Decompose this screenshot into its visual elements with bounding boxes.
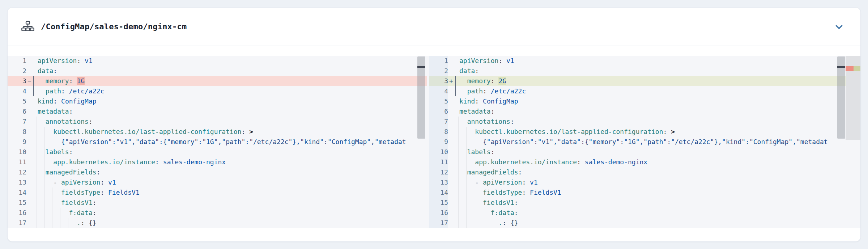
line-content: .: {}: [459, 218, 861, 228]
diff-marker: [448, 96, 459, 106]
code-line[interactable]: 10 labels:: [8, 147, 427, 157]
diff-marker: [448, 86, 459, 96]
code-token: :: [69, 148, 73, 156]
ruler-removed-mark: [846, 66, 854, 71]
code-token: kubectl.kubernetes.io/last-applied-confi…: [38, 128, 242, 135]
code-line[interactable]: 5kind: ConfigMap: [8, 96, 427, 106]
diff-marker: [26, 167, 38, 177]
diff-pane-modified[interactable]: 1apiVersion: v12data:3+ memory: 2G4 path…: [429, 56, 861, 228]
line-number: 8: [429, 127, 448, 137]
code-line[interactable]: 14 fieldsType: FieldsV1: [8, 187, 427, 198]
code-line[interactable]: 11 app.kubernetes.io/instance: sales-dem…: [8, 157, 427, 167]
line-content: data:: [459, 66, 861, 76]
code-token: ConfigMap: [57, 97, 96, 105]
code-token: :: [518, 168, 522, 176]
diff-overview-ruler: [846, 56, 861, 140]
code-token: :: [69, 77, 73, 85]
code-line[interactable]: 1apiVersion: v1: [429, 56, 861, 66]
code-line[interactable]: 5kind: ConfigMap: [429, 96, 861, 106]
code-line[interactable]: 17 .: {}: [8, 218, 427, 228]
code-token: memory: [459, 77, 491, 85]
code-token: :: [100, 178, 104, 186]
scrollbar-diff-mark-original: [417, 66, 425, 68]
code-token: kind: [38, 97, 53, 105]
line-number: 1: [8, 56, 26, 66]
diff-pane-original[interactable]: 1apiVersion: v12data:3− memory: 1G4 path…: [8, 56, 427, 228]
line-number: 4: [8, 86, 26, 96]
code-line[interactable]: 4 path: /etc/a22c: [8, 86, 427, 96]
code-token: :: [663, 128, 667, 135]
code-line[interactable]: 13 - apiVersion: v1: [429, 177, 861, 187]
indent-guide: [68, 218, 68, 228]
code-token: v1: [526, 178, 538, 186]
code-token: -: [38, 178, 61, 186]
code-line[interactable]: 10 labels:: [429, 147, 861, 157]
code-token: f:data: [38, 209, 93, 216]
code-line[interactable]: 12 managedFields:: [8, 167, 427, 177]
code-line[interactable]: 8 kubectl.kubernetes.io/last-applied-con…: [8, 127, 427, 137]
diff-marker: [26, 157, 38, 167]
diff-marker: [448, 218, 459, 228]
code-line[interactable]: 2data:: [429, 66, 861, 76]
code-line[interactable]: 15 fieldsV1:: [8, 198, 427, 208]
diff-gutter-bar: [33, 76, 34, 96]
diff-marker: [26, 66, 38, 76]
code-token: :: [475, 67, 479, 75]
code-token: [73, 77, 77, 85]
code-line[interactable]: 7 annotations:: [429, 117, 861, 127]
code-token: apiVersion: [483, 178, 522, 186]
code-token: -: [459, 178, 483, 186]
code-line[interactable]: 13 - apiVersion: v1: [8, 177, 427, 187]
code-line[interactable]: 2data:: [8, 66, 427, 76]
code-line[interactable]: 9 {"apiVersion":"v1","data":{"memory":"1…: [8, 137, 427, 147]
code-token: fieldsV1: [38, 199, 93, 206]
code-token: path: [459, 87, 483, 95]
line-number: 14: [429, 187, 448, 198]
line-number: 15: [429, 198, 448, 208]
line-content: - apiVersion: v1: [459, 177, 861, 187]
code-line[interactable]: 14 fieldsType: FieldsV1: [429, 187, 861, 198]
diff-marker: [448, 177, 459, 187]
line-number: 6: [429, 106, 448, 117]
line-number: 12: [8, 167, 26, 177]
indent-guide: [37, 117, 37, 228]
code-line[interactable]: 6metadata:: [8, 106, 427, 117]
resource-path-title: /ConfigMap/sales-demo/nginx-cm: [41, 22, 187, 31]
diff-marker: [448, 157, 459, 167]
code-line[interactable]: 12 managedFields:: [429, 167, 861, 177]
code-line[interactable]: 11 app.kubernetes.io/instance: sales-dem…: [429, 157, 861, 167]
code-token: fieldsType: [38, 189, 100, 196]
code-token: v1: [502, 57, 514, 64]
scrollbar-thumb-modified[interactable]: [837, 56, 845, 139]
diff-marker: [448, 66, 459, 76]
code-line[interactable]: 16 f:data:: [8, 208, 427, 218]
diff-marker: −: [26, 76, 38, 86]
collapse-button[interactable]: [832, 20, 846, 34]
code-line[interactable]: 3− memory: 1G: [8, 76, 427, 86]
code-line[interactable]: 9 {"apiVersion":"v1","data":{"memory":"1…: [429, 137, 861, 147]
code-token: :: [93, 209, 97, 216]
card-header: /ConfigMap/sales-demo/nginx-cm: [8, 8, 860, 46]
code-token: ConfigMap: [479, 97, 518, 105]
line-number: 10: [8, 147, 26, 157]
code-line[interactable]: 3+ memory: 2G: [429, 76, 861, 86]
diff-marker: [448, 56, 459, 66]
code-line[interactable]: 15 fieldsV1:: [429, 198, 861, 208]
line-content: f:data:: [38, 208, 427, 218]
code-token: sales-demo-nginx: [159, 158, 226, 166]
code-token: :: [97, 168, 101, 176]
code-line[interactable]: 7 annotations:: [8, 117, 427, 127]
indent-guide: [44, 127, 45, 228]
code-line[interactable]: 6metadata:: [429, 106, 861, 117]
line-number: 9: [8, 137, 26, 147]
code-line[interactable]: 1apiVersion: v1: [8, 56, 427, 66]
code-line[interactable]: 17 .: {}: [429, 218, 861, 228]
code-line[interactable]: 16 f:data:: [429, 208, 861, 218]
code-token: f:data: [459, 209, 514, 216]
code-line[interactable]: 4 path: /etc/a22c: [429, 86, 861, 96]
line-number: 8: [8, 127, 26, 137]
code-line[interactable]: 8 kubectl.kubernetes.io/last-applied-con…: [429, 127, 861, 137]
code-token: :: [242, 128, 246, 135]
scrollbar-thumb-original[interactable]: [417, 56, 425, 139]
line-number: 5: [8, 96, 26, 106]
